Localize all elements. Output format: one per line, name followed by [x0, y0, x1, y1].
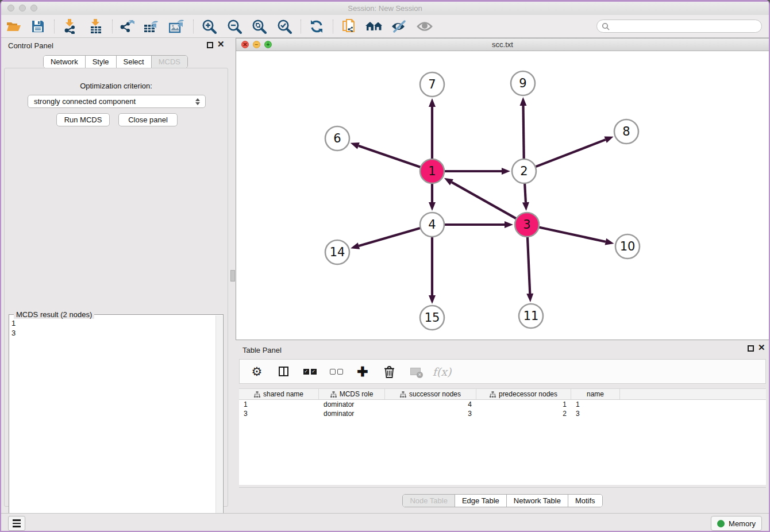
- show-all-icon[interactable]: [415, 18, 434, 35]
- column-header-predecessor-nodes[interactable]: predecessor nodes: [476, 389, 571, 399]
- table-row[interactable]: 1dominator411: [239, 400, 766, 409]
- table-header-row[interactable]: shared nameMCDS rolesuccessor nodesprede…: [239, 388, 766, 400]
- function-builder-icon[interactable]: f(x): [435, 365, 449, 379]
- search-input[interactable]: [610, 22, 761, 31]
- run-mcds-button[interactable]: Run MCDS: [56, 113, 110, 126]
- export-image-icon[interactable]: [167, 18, 187, 35]
- zoom-selected-icon[interactable]: [275, 18, 294, 35]
- table-cell[interactable]: 1: [571, 400, 620, 409]
- import-network-icon[interactable]: [60, 18, 80, 35]
- save-session-icon[interactable]: [28, 18, 48, 35]
- mcds-result-text: 1 3: [11, 318, 16, 338]
- tab-mcds[interactable]: MCDS: [152, 56, 187, 68]
- hierarchy-icon: [330, 391, 337, 398]
- refresh-layout-icon[interactable]: [307, 18, 326, 35]
- status-menu-button[interactable]: [8, 516, 25, 531]
- select-all-columns-icon[interactable]: ✓✓: [303, 365, 317, 379]
- edge-3-11[interactable]: [528, 236, 530, 294]
- table-settings-icon[interactable]: ⚙: [250, 365, 264, 379]
- edge-2-3[interactable]: [525, 182, 526, 202]
- table-cell[interactable]: 3: [385, 409, 476, 418]
- table-cell[interactable]: dominator: [319, 409, 385, 418]
- table-cell[interactable]: 3: [571, 409, 620, 418]
- control-panel: Control Panel ✕ NetworkStyleSelectMCDS O…: [1, 37, 230, 513]
- export-table-icon[interactable]: [142, 18, 161, 35]
- result-scrollbar[interactable]: [215, 315, 222, 531]
- network-window-titlebar[interactable]: ✕ − + scc.txt: [236, 38, 769, 51]
- add-column-icon[interactable]: ✚: [356, 365, 369, 379]
- table-cell[interactable]: 1: [239, 400, 319, 409]
- edge-1-6[interactable]: [359, 146, 422, 168]
- node-label-9: 9: [519, 76, 526, 90]
- close-table-panel-icon[interactable]: ✕: [758, 342, 765, 353]
- tab-network-table[interactable]: Network Table: [507, 495, 568, 507]
- zoom-out-icon[interactable]: [225, 18, 244, 35]
- app-window: Session: New Session: [0, 0, 770, 532]
- delete-column-icon[interactable]: [382, 365, 396, 379]
- tab-select[interactable]: Select: [117, 56, 152, 68]
- edge-2-8[interactable]: [534, 140, 606, 167]
- toolbar-separator: [301, 20, 301, 33]
- memory-label: Memory: [729, 519, 756, 528]
- edge-2-9[interactable]: [523, 106, 524, 160]
- import-table-icon[interactable]: [86, 18, 106, 35]
- table-body[interactable]: 1dominator4113dominator323: [239, 400, 766, 485]
- tab-node-table[interactable]: Node Table: [403, 495, 455, 507]
- node-label-15: 15: [425, 311, 440, 325]
- title-bar: Session: New Session: [1, 2, 769, 16]
- open-session-icon[interactable]: [4, 18, 24, 35]
- column-header-shared-name[interactable]: shared name: [239, 389, 319, 399]
- delete-table-icon[interactable]: [409, 365, 422, 379]
- table-cell[interactable]: 4: [385, 400, 476, 409]
- table-row[interactable]: 3dominator323: [239, 409, 766, 418]
- column-header-successor-nodes[interactable]: successor nodes: [385, 389, 476, 399]
- tab-network[interactable]: Network: [44, 56, 86, 68]
- memory-button[interactable]: Memory: [711, 516, 762, 531]
- table-panel-tabs: Node TableEdge TableNetwork TableMotifs: [236, 494, 769, 507]
- window-title: Session: New Session: [1, 4, 769, 13]
- node-label-7: 7: [428, 78, 436, 91]
- edge-3-10[interactable]: [538, 227, 606, 242]
- edge-3-1[interactable]: [452, 182, 517, 219]
- table-cell[interactable]: 1: [476, 400, 571, 409]
- column-manager-icon[interactable]: [276, 365, 290, 379]
- clone-network-icon[interactable]: [339, 18, 359, 35]
- hierarchy-icon: [490, 391, 496, 398]
- network-canvas[interactable]: 7968124314101511: [236, 51, 769, 340]
- table-panel: Table Panel ✕ ⚙ ✓✓ ✚ f(x) shared nameMCD…: [236, 342, 769, 511]
- close-panel-button[interactable]: Close panel: [118, 113, 178, 126]
- mcds-result-box: MCDS result (2 nodes) 1 3: [9, 314, 224, 532]
- zoom-in-icon[interactable]: [199, 18, 219, 35]
- selected-criterion: strongly connected component: [28, 97, 193, 106]
- close-panel-icon[interactable]: ✕: [217, 39, 225, 49]
- table-cell[interactable]: dominator: [319, 400, 385, 409]
- node-label-3: 3: [523, 218, 530, 232]
- column-header-name[interactable]: name: [571, 389, 620, 399]
- tab-style[interactable]: Style: [86, 56, 117, 68]
- optimization-criterion-select[interactable]: strongly connected component: [28, 95, 206, 108]
- table-cell[interactable]: 3: [239, 409, 319, 418]
- main-toolbar: [1, 15, 769, 38]
- deselect-all-columns-icon[interactable]: [329, 365, 343, 379]
- export-network-icon[interactable]: [117, 18, 137, 35]
- table-cell[interactable]: 2: [476, 409, 571, 418]
- memory-status-icon: [717, 520, 725, 527]
- tab-edge-table[interactable]: Edge Table: [455, 495, 507, 507]
- home-views-icon[interactable]: [364, 18, 384, 35]
- edge-arrowhead: [526, 294, 533, 302]
- search-field[interactable]: [596, 20, 762, 33]
- edge-arrowhead: [502, 168, 510, 175]
- float-panel-icon[interactable]: [207, 42, 213, 48]
- tab-motifs[interactable]: Motifs: [568, 495, 602, 507]
- edge-arrowhead: [604, 137, 613, 143]
- network-vertical-scrollbar[interactable]: [230, 270, 235, 282]
- zoom-fit-icon[interactable]: [249, 18, 269, 35]
- network-window-title: scc.txt: [236, 40, 769, 49]
- column-header-MCDS-role[interactable]: MCDS role: [319, 389, 385, 399]
- hide-selected-icon[interactable]: [389, 18, 409, 35]
- edge-4-14[interactable]: [359, 228, 421, 246]
- table-toolbar: ⚙ ✓✓ ✚ f(x): [239, 359, 766, 384]
- toolbar-separator: [193, 20, 194, 33]
- select-stepper-icon: [193, 98, 202, 105]
- float-table-panel-icon[interactable]: [748, 345, 754, 352]
